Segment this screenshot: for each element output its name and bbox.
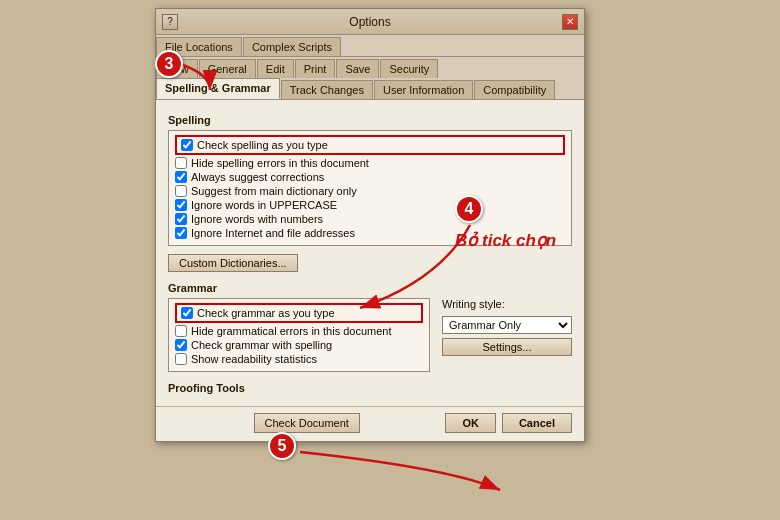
show-readability-label: Show readability statistics [191,353,317,365]
bottom-row: Check Document OK Cancel [156,406,584,441]
check-with-spelling-checkbox[interactable] [175,339,187,351]
annotation-badge-4: 4 [455,195,483,223]
hide-grammar-errors-label: Hide grammatical errors in this document [191,325,392,337]
ignore-internet-checkbox[interactable] [175,227,187,239]
main-dict-only-label: Suggest from main dictionary only [191,185,357,197]
show-readability-checkbox[interactable] [175,353,187,365]
settings-button[interactable]: Settings... [442,338,572,356]
check-grammar-as-type-item: Check grammar as you type [175,303,423,323]
hide-errors-label: Hide spelling errors in this document [191,157,369,169]
ignore-numbers-label: Ignore words with numbers [191,213,323,225]
check-document-button[interactable]: Check Document [254,413,360,433]
tab-compatibility[interactable]: Compatibility [474,80,555,99]
annotation-text-4: Bỏ tick chọn [455,230,556,251]
check-spelling-as-type-label: Check spelling as you type [197,139,328,151]
ignore-numbers-checkbox[interactable] [175,213,187,225]
tab-security[interactable]: Security [380,59,438,78]
ignore-numbers-item: Ignore words with numbers [175,213,565,225]
tab-spelling-grammar[interactable]: Spelling & Grammar [156,78,280,99]
always-suggest-item: Always suggest corrections [175,171,565,183]
close-button[interactable]: ✕ [562,14,578,30]
dialog-title: Options [178,15,562,29]
main-dict-only-checkbox[interactable] [175,185,187,197]
ignore-internet-label: Ignore Internet and file addresses [191,227,355,239]
spelling-section-label: Spelling [168,114,572,126]
spelling-checkbox-group: Check spelling as you type Hide spelling… [168,130,572,246]
tab-save[interactable]: Save [336,59,379,78]
main-dict-only-item: Suggest from main dictionary only [175,185,565,197]
grammar-section-label: Grammar [168,282,572,294]
hide-grammar-errors-item: Hide grammatical errors in this document [175,325,423,337]
hide-grammar-errors-checkbox[interactable] [175,325,187,337]
show-readability-item: Show readability statistics [175,353,423,365]
help-button[interactable]: ? [162,14,178,30]
ignore-uppercase-item: Ignore words in UPPERCASE [175,199,565,211]
check-with-spelling-item: Check grammar with spelling [175,339,423,351]
always-suggest-label: Always suggest corrections [191,171,324,183]
ignore-uppercase-label: Ignore words in UPPERCASE [191,199,337,211]
ok-button[interactable]: OK [445,413,496,433]
tab-print[interactable]: Print [295,59,336,78]
check-grammar-as-type-label: Check grammar as you type [197,307,335,319]
grammar-checkbox-group: Check grammar as you type Hide grammatic… [168,298,430,372]
tab-row-2: View General Edit Print Save Security [156,57,584,79]
tab-general[interactable]: General [199,59,256,78]
cancel-button[interactable]: Cancel [502,413,572,433]
hide-errors-checkbox[interactable] [175,157,187,169]
always-suggest-checkbox[interactable] [175,171,187,183]
tab-complex-scripts[interactable]: Complex Scripts [243,37,341,56]
grammar-section: Grammar Check grammar as you type Hide g… [168,282,572,376]
custom-dictionaries-button[interactable]: Custom Dictionaries... [168,254,298,272]
check-spelling-as-type-item: Check spelling as you type [175,135,565,155]
tab-row-1: File Locations Complex Scripts [156,35,584,57]
check-grammar-as-type-checkbox[interactable] [181,307,193,319]
tab-track-changes[interactable]: Track Changes [281,80,373,99]
check-spelling-as-type-checkbox[interactable] [181,139,193,151]
tab-edit[interactable]: Edit [257,59,294,78]
annotation-badge-5: 5 [268,432,296,460]
writing-style-select[interactable]: Grammar Only [442,316,572,334]
annotation-badge-3: 3 [155,50,183,78]
proofing-tools-label: Proofing Tools [168,382,572,394]
ignore-uppercase-checkbox[interactable] [175,199,187,211]
tab-row-3: Spelling & Grammar Track Changes User In… [156,78,584,100]
tab-user-information[interactable]: User Information [374,80,473,99]
check-with-spelling-label: Check grammar with spelling [191,339,332,351]
hide-errors-item: Hide spelling errors in this document [175,157,565,169]
writing-style-label: Writing style: [442,298,572,310]
